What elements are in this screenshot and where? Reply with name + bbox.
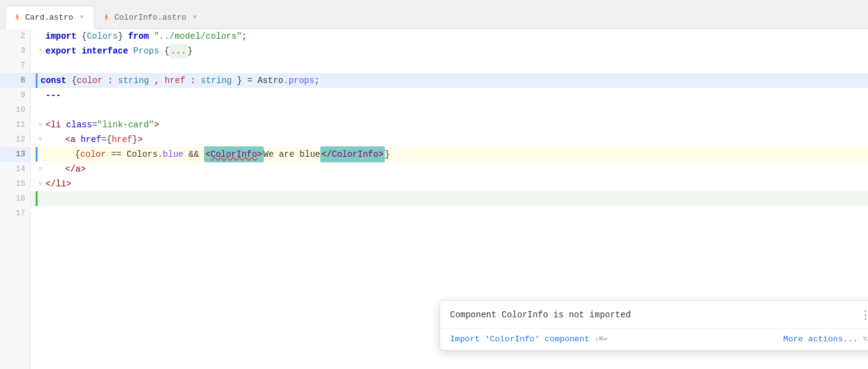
popup-header: Component ColorInfo is not imported ⋮ [440,301,868,328]
import-action-label[interactable]: Import 'ColorInfo' component [450,335,590,344]
more-shortcut: ⌥← [863,335,868,344]
green-bar-16 [36,191,37,206]
code-line-16 [31,191,868,206]
line-num-16: 16 [0,191,30,206]
error-message: Component ColorInfo is not imported [450,310,631,320]
tab-colorinfo-close[interactable]: × [190,12,200,22]
code-line-10 [31,103,868,117]
code-area[interactable]: import {Colors} from "../model/colors"; … [31,29,868,369]
gutter-14: ▽ [36,162,45,177]
code-line-8: const {color : string , href : string } … [31,73,868,88]
fold-icon-14[interactable]: ▽ [39,162,42,177]
import-shortcut: ⇧⌘↩ [594,335,608,344]
line-num-8: 8 [0,73,30,88]
line-num-9: 9 [0,88,30,103]
line-num-3: 3 [0,44,30,58]
line-num-15: 15 [0,177,30,191]
popup-action[interactable]: Import 'ColorInfo' component ⇧⌘↩ More ac… [440,328,868,350]
line-num-17: 17 [0,206,30,221]
code-line-13: {color == Colors.blue && <ColorInfo>We a… [31,147,868,162]
tab-card-label: Card.astro [25,13,73,22]
code-line-7 [31,58,868,73]
tab-card-close[interactable]: × [77,12,87,22]
line-num-10: 10 [0,103,30,117]
more-actions-label[interactable]: More actions... [783,335,858,344]
tab-card[interactable]: Card.astro × [5,6,95,29]
code-line-15: ▽ </li> [31,177,868,191]
line-num-13: 13 [0,147,30,162]
gutter-15: ▽ [36,177,45,191]
tab-colorinfo[interactable]: ColorInfo.astro × [95,6,207,29]
blue-bar-13 [36,147,37,162]
fold-icon-11[interactable]: ▽ [39,117,42,132]
line-num-2: 2 [0,29,30,44]
code-line-11: ▽ <li class="link-card"> [31,117,868,132]
error-popup: Component ColorInfo is not imported ⋮ Im… [440,300,868,351]
code-line-12: ▽ <a href={href}> [31,132,868,147]
line-num-7: 7 [0,58,30,73]
gutter-12: ▽ [36,132,45,147]
fold-icon-12[interactable]: ▽ [39,132,42,147]
code-line-9: --- [31,88,868,103]
astro-icon-card [13,13,22,22]
line-num-14: 14 [0,162,30,177]
code-line-3: + export interface Props {...} [31,44,868,58]
editor: 2 3 7 8 9 10 11 12 13 14 15 16 17 import… [0,29,868,369]
gutter-3: + [36,44,45,58]
code-line-2: import {Colors} from "../model/colors"; [31,29,868,44]
code-line-17 [31,206,868,221]
line-num-12: 12 [0,132,30,147]
popup-menu-button[interactable]: ⋮ [860,308,868,322]
tab-colorinfo-label: ColorInfo.astro [114,13,186,22]
code-line-14: ▽ </a> [31,162,868,177]
fold-icon-15[interactable]: ▽ [39,177,42,191]
line-numbers: 2 3 7 8 9 10 11 12 13 14 15 16 17 [0,29,31,369]
gutter-11: ▽ [36,117,45,132]
blue-bar-8 [36,73,37,88]
fold-icon-3[interactable]: + [39,44,42,58]
line-num-11: 11 [0,117,30,132]
astro-icon-colorinfo [102,13,111,22]
tab-bar: Card.astro × ColorInfo.astro × [0,0,868,29]
